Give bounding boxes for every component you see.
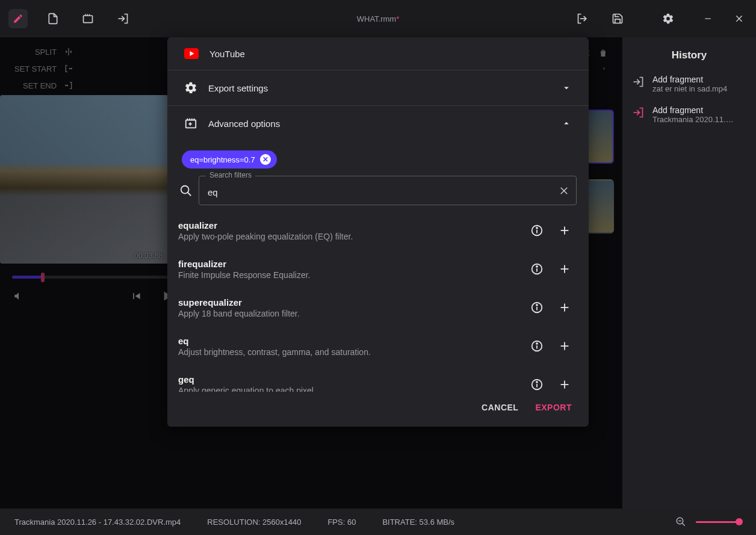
zoom-icon[interactable] bbox=[675, 516, 686, 527]
filter-result-desc: Finite Impulse Response Equalizer. bbox=[178, 270, 521, 280]
filter-result-name: eq bbox=[178, 336, 521, 346]
project-button[interactable] bbox=[78, 9, 98, 28]
svg-line-17 bbox=[188, 192, 191, 196]
status-resolution: RESOLUTION: 2560x1440 bbox=[207, 518, 301, 527]
import-button[interactable] bbox=[113, 9, 132, 28]
filter-result-row: firequalizer Finite Impulse Response Equ… bbox=[173, 250, 585, 288]
filter-info-button[interactable] bbox=[525, 295, 549, 320]
export-button[interactable] bbox=[573, 9, 592, 28]
history-item[interactable]: Add fragment zat er niet in sad.mp4 bbox=[622, 69, 756, 99]
status-fps: FPS: 60 bbox=[327, 518, 356, 527]
filter-info-button[interactable] bbox=[525, 257, 549, 281]
import-clip-icon bbox=[632, 107, 644, 119]
filter-result-name: equalizer bbox=[178, 220, 521, 230]
filter-info-button[interactable] bbox=[525, 334, 549, 358]
title-filename: WHAT.rmm bbox=[357, 14, 396, 23]
window-minimize-button[interactable] bbox=[699, 9, 716, 28]
window-title: WHAT.rmm* bbox=[357, 14, 400, 23]
filter-add-button[interactable] bbox=[553, 257, 577, 281]
destination-row[interactable]: YouTube bbox=[167, 37, 589, 70]
svg-point-22 bbox=[536, 227, 538, 229]
gear-icon bbox=[184, 81, 197, 94]
filter-info-button[interactable] bbox=[525, 373, 549, 392]
export-settings-row[interactable]: Export settings bbox=[167, 70, 589, 106]
chevron-up-icon bbox=[561, 118, 572, 129]
svg-point-32 bbox=[536, 305, 538, 306]
clear-search-button[interactable] bbox=[559, 185, 569, 196]
filter-add-button[interactable] bbox=[553, 295, 577, 320]
modified-indicator: * bbox=[396, 14, 399, 23]
search-icon bbox=[179, 184, 193, 197]
status-bitrate: BITRATE: 53.6 MB/s bbox=[382, 518, 454, 527]
search-label: Search filters bbox=[206, 171, 255, 179]
zoom-slider[interactable] bbox=[696, 521, 742, 523]
filter-icon bbox=[184, 117, 197, 130]
filter-result-desc: Adjust brightness, contrast, gamma, and … bbox=[178, 347, 521, 357]
filter-result-desc: Apply two-pole peaking equalization (EQ)… bbox=[178, 232, 521, 241]
advanced-options-row[interactable]: Advanced options bbox=[167, 106, 589, 141]
svg-point-42 bbox=[536, 382, 538, 383]
chip-remove-icon[interactable]: ✕ bbox=[260, 154, 271, 165]
history-item[interactable]: Add fragment Trackmania 2020.11.… bbox=[622, 99, 756, 130]
cancel-button[interactable]: CANCEL bbox=[482, 403, 518, 412]
filter-result-desc: Apply 18 band equalization filter. bbox=[178, 309, 521, 318]
filter-result-row: equalizer Apply two-pole peaking equaliz… bbox=[173, 211, 585, 250]
save-button[interactable] bbox=[608, 9, 627, 28]
filter-result-desc: Apply generic equation to each pixel. bbox=[178, 386, 521, 392]
import-clip-icon bbox=[632, 76, 644, 88]
status-bar: Trackmania 2020.11.26 - 17.43.32.02.DVR.… bbox=[0, 509, 756, 535]
title-bar: WHAT.rmm* bbox=[0, 0, 756, 37]
filter-result-row: eq Adjust brightness, contrast, gamma, a… bbox=[173, 327, 585, 365]
filter-add-button[interactable] bbox=[553, 334, 577, 358]
history-panel: History Add fragment zat er niet in sad.… bbox=[622, 37, 756, 509]
svg-point-37 bbox=[536, 343, 538, 344]
status-filename: Trackmania 2020.11.26 - 17.43.32.02.DVR.… bbox=[14, 518, 181, 527]
chevron-down-icon bbox=[561, 82, 572, 93]
window-close-button[interactable] bbox=[731, 9, 748, 28]
filter-result-name: geq bbox=[178, 374, 521, 385]
filter-result-row: geq Apply generic equation to each pixel… bbox=[173, 365, 585, 392]
filter-chip[interactable]: eq=brightness=0.7 ✕ bbox=[182, 150, 277, 169]
youtube-icon bbox=[184, 48, 199, 59]
svg-point-16 bbox=[181, 185, 189, 193]
svg-point-27 bbox=[536, 266, 538, 267]
filter-add-button[interactable] bbox=[553, 218, 577, 243]
edit-mode-button[interactable] bbox=[8, 9, 28, 28]
export-confirm-button[interactable]: EXPORT bbox=[535, 403, 572, 412]
filter-results-list[interactable]: equalizer Apply two-pole peaking equaliz… bbox=[173, 211, 585, 392]
svg-rect-0 bbox=[84, 16, 93, 23]
history-title: History bbox=[622, 49, 756, 61]
search-filters-input[interactable] bbox=[199, 176, 577, 205]
settings-button[interactable] bbox=[658, 9, 678, 28]
filter-result-row: superequalizer Apply 18 band equalizatio… bbox=[173, 288, 585, 327]
export-dialog: YouTube Export settings Advanced options… bbox=[167, 37, 589, 427]
filter-result-name: firequalizer bbox=[178, 259, 521, 269]
svg-line-10 bbox=[682, 523, 685, 526]
filter-result-name: superequalizer bbox=[178, 297, 521, 308]
filter-add-button[interactable] bbox=[553, 373, 577, 392]
new-file-button[interactable] bbox=[43, 9, 63, 28]
filter-info-button[interactable] bbox=[525, 218, 549, 243]
